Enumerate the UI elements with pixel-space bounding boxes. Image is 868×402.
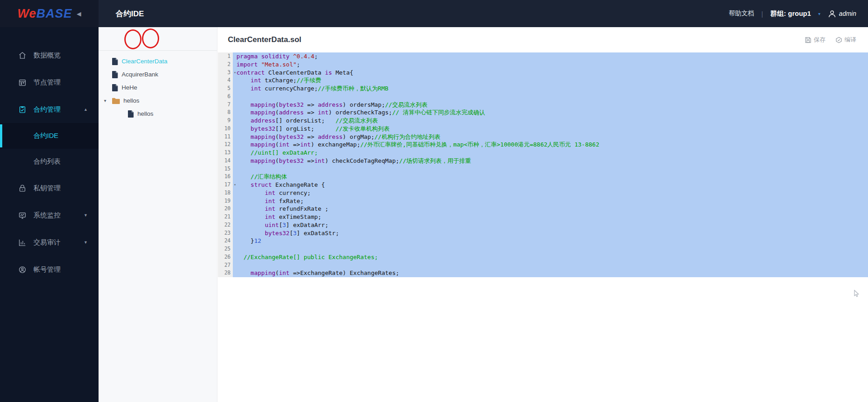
monitor-icon: [18, 211, 27, 220]
line-number: 15: [218, 165, 233, 173]
header-right: 帮助文档 | 群组: group1 ▾ admin: [729, 9, 868, 18]
sidebar-item-0[interactable]: 数据概览: [0, 42, 99, 69]
line-number: 3▾: [218, 69, 233, 77]
code-line-10: bytes32[] orgList; //发卡收单机构列表: [236, 125, 868, 133]
sidebar-item-2[interactable]: 合约管理▲: [0, 96, 99, 123]
tree-item-label: ClearCenterData: [122, 58, 167, 65]
fold-caret-icon[interactable]: ▾: [234, 69, 236, 77]
line-number: 16: [218, 173, 233, 181]
line-number: 23: [218, 229, 233, 237]
tree-item-hellos[interactable]: hellos: [99, 107, 217, 120]
fold-caret-icon[interactable]: ▾: [234, 181, 236, 189]
code-line-28: mapping(int =>ExchangeRate) ExchangeRate…: [236, 269, 868, 277]
lock-icon: [18, 184, 27, 193]
sidebar-item-label: 私钥管理: [33, 184, 61, 193]
tree-item-AcquirerBank[interactable]: AcquirerBank: [99, 68, 217, 81]
sidebar-item-label: 节点管理: [33, 78, 61, 87]
code-line-2: import "Meta.sol";: [236, 61, 868, 69]
webase-logo: WeBASE: [17, 7, 72, 21]
help-doc-link[interactable]: 帮助文档: [729, 9, 754, 18]
tree-item-label: AcquirerBank: [122, 71, 158, 78]
logo-we: We: [17, 7, 36, 20]
add-file-button[interactable]: [129, 33, 140, 44]
sidebar-subitem-label: 合约列表: [33, 157, 61, 166]
line-number: 20: [218, 205, 233, 213]
save-button[interactable]: 保存: [805, 36, 826, 44]
code-line-1: pragma solidity ^0.4.4;: [236, 52, 868, 61]
sidebar-item-label: 帐号管理: [33, 265, 61, 274]
tree-item-hellos[interactable]: ▾hellos: [99, 94, 217, 107]
tree-item-label: hellos: [123, 97, 139, 104]
header-divider: |: [761, 10, 763, 18]
code-line-22: uint[3] exDataArr;: [236, 221, 868, 229]
code-line-8: mapping(address => int) ordersCheckTags;…: [236, 109, 868, 117]
line-number: 24: [218, 237, 233, 245]
code-editor[interactable]: 123▾4567891011121314151617▾1819202122232…: [218, 52, 868, 277]
save-icon: [805, 37, 811, 43]
code-line-11: mapping(bytes32 => address) orgMap;//机构行…: [236, 133, 868, 141]
line-number: 14: [218, 157, 233, 165]
user-menu[interactable]: admin: [828, 9, 856, 18]
code-line-5: int currencyCharge;//手续费币种，默认为RMB: [236, 85, 868, 93]
line-number: 26: [218, 253, 233, 261]
code-line-20: int refundFxRate ;: [236, 205, 868, 213]
code-line-19: int fxRate;: [236, 197, 868, 205]
line-number: 19: [218, 197, 233, 205]
tree-item-HeHe[interactable]: HeHe: [99, 81, 217, 94]
chevron-down-icon: ▼: [84, 213, 88, 218]
group-selector[interactable]: 群组: group1: [770, 9, 811, 18]
logo-area: WeBASE ◀: [0, 0, 99, 27]
sidebar-item-6[interactable]: 帐号管理: [0, 256, 99, 283]
code-line-4: int txCharge;//手续费: [236, 76, 868, 85]
code-line-23: bytes32[3] exDataStr;: [236, 229, 868, 237]
chevron-down-icon: ▼: [84, 240, 88, 245]
logo-base: BASE: [37, 7, 72, 20]
line-number: 18: [218, 189, 233, 197]
home-icon: [18, 51, 27, 60]
line-number: 6: [218, 93, 233, 101]
add-folder-button[interactable]: [111, 33, 122, 44]
line-number: 27: [218, 261, 233, 270]
compile-button[interactable]: 编译: [835, 36, 856, 44]
sidebar-item-4[interactable]: 系统监控▼: [0, 202, 99, 229]
code-line-12: mapping(int =>int) exchangeMap;//外币汇率牌价,…: [236, 141, 868, 149]
file-icon: [128, 110, 134, 118]
user-icon: [828, 9, 836, 18]
sidebar-nav: 数据概览节点管理合约管理▲合约IDE合约列表私钥管理系统监控▼交易审计▼帐号管理: [0, 27, 99, 402]
sidebar-item-1[interactable]: 节点管理: [0, 69, 99, 96]
tree-item-ClearCenterData[interactable]: ClearCenterData: [99, 55, 217, 68]
upload-button[interactable]: [147, 33, 158, 44]
line-number: 9: [218, 117, 233, 125]
sidebar-item-5[interactable]: 交易审计▼: [0, 229, 99, 256]
sidebar-subitem-合约列表[interactable]: 合约列表: [0, 149, 99, 175]
code-line-27: [236, 261, 868, 270]
code-line-18: int currency;: [236, 189, 868, 197]
code-line-21: int exTimeStamp;: [236, 213, 868, 221]
sidebar-subitem-合约IDE[interactable]: 合约IDE: [0, 123, 99, 149]
compile-icon: [835, 37, 842, 43]
line-number: 5: [218, 85, 233, 93]
code-line-7: mapping(bytes32 => address) ordersMap;//…: [236, 101, 868, 109]
line-number: 7: [218, 101, 233, 109]
contract-file-tree: ClearCenterDataAcquirerBankHeHe▾helloshe…: [99, 51, 217, 120]
sidebar-item-label: 系统监控: [33, 211, 61, 220]
line-number: 2: [218, 61, 233, 69]
compile-label: 编译: [844, 36, 856, 44]
sidebar-item-3[interactable]: 私钥管理: [0, 175, 99, 202]
line-number-gutter: 123▾4567891011121314151617▾1819202122232…: [218, 52, 233, 277]
chevron-down-icon[interactable]: ▾: [818, 11, 821, 16]
caret-down-icon[interactable]: ▾: [104, 98, 108, 103]
line-number: 21: [218, 213, 233, 221]
line-number: 11: [218, 133, 233, 141]
line-number: 13: [218, 149, 233, 157]
line-number: 17▾: [218, 181, 233, 189]
code-selection-area[interactable]: pragma solidity ^0.4.4;import "Meta.sol"…: [233, 52, 868, 277]
open-file-name: ClearCenterData.sol: [228, 35, 302, 44]
user-name: admin: [839, 10, 856, 17]
sidebar-collapse-icon[interactable]: ◀: [77, 10, 81, 17]
code-line-25: [236, 245, 868, 253]
code-line-16: //汇率结构体: [236, 173, 868, 181]
chart-icon: [18, 238, 27, 247]
file-tree-panel: ClearCenterDataAcquirerBankHeHe▾helloshe…: [99, 27, 217, 402]
line-number: 8: [218, 109, 233, 117]
